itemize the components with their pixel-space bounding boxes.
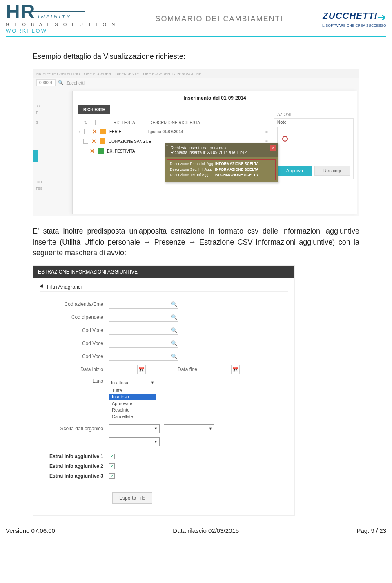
select-esito[interactable]: In attesa (109, 378, 156, 387)
select-organico-1[interactable] (109, 424, 160, 433)
delete-icon[interactable]: ✕ (91, 138, 96, 145)
label-fine: Data fine (170, 367, 203, 372)
checkbox-e2[interactable]: ✔ (109, 463, 115, 469)
top-tabs: RICHIESTE CARTELLINO ORE ECCEDENTI DIPEN… (33, 69, 359, 78)
delete-icon[interactable]: ✕ (92, 128, 97, 135)
page-header: H R INFINITY G L O B A L S O L U T I O N… (0, 0, 392, 34)
para2: E' stata inoltre predisposta un'apposita… (33, 226, 359, 258)
tab-ecc-dip[interactable]: ORE ECCEDENTI DIPENDENTE (84, 72, 139, 76)
status-color (100, 129, 106, 134)
record-id: 000001 (36, 79, 56, 86)
zucchetti-logo: ZUCCHETTI (323, 11, 377, 21)
input-inizio[interactable] (109, 365, 138, 374)
left-rail: 00TS ICHTES (33, 103, 72, 192)
search-icon[interactable]: 🔍 (58, 80, 64, 85)
azioni-label: AZIONI (277, 112, 350, 117)
row-menu-icon[interactable]: ≡ (265, 129, 270, 134)
popup-d3: Descrizione Ter. Inf Agg: (170, 173, 209, 177)
logo-hr-r: R (21, 4, 35, 20)
label-scelta: Scelta dati organico (40, 426, 109, 432)
input-voce2[interactable] (109, 339, 170, 348)
calendar-icon[interactable]: 📅 (232, 365, 240, 374)
section-title: Filtri Anagrafici (47, 284, 82, 290)
logo-left: H R INFINITY G L O B A L S O L U T I O N… (6, 4, 117, 34)
option-respinte[interactable]: Respinte (109, 407, 156, 413)
logo-sub1: G L O B A L S O L U T I O N (6, 22, 117, 27)
input-fine[interactable] (203, 365, 232, 374)
row-name: FERIE (109, 129, 121, 134)
section-header[interactable]: Filtri Anagrafici (40, 282, 288, 292)
search-icon[interactable]: 🔍 (170, 352, 178, 361)
footer-date: Data rilascio 02/03/2015 (173, 527, 239, 534)
expand-icon[interactable]: → (77, 129, 81, 134)
option-approvate[interactable]: Approvate (109, 400, 156, 407)
logo-infinity: INFINITY (38, 14, 72, 20)
option-tutte[interactable]: Tutte (109, 387, 156, 394)
checkbox-e1[interactable]: ✔ (109, 454, 115, 459)
popup-line2: Richiesta inserita il: 23-09-2014 alle 1… (171, 150, 274, 155)
label-azienda: Cod azienda/Ente (40, 301, 109, 307)
popup-line1: Richiesta inserita da: personale (171, 146, 274, 150)
option-cancellate[interactable]: Cancellate (109, 413, 156, 420)
collapse-icon[interactable] (39, 284, 45, 289)
select-all-checkbox[interactable] (91, 120, 96, 125)
refresh-icon[interactable]: ↻ (84, 120, 87, 125)
modal-title: Inserimento del 01-09-2014 (73, 91, 357, 105)
popup-d2: Descrizione Sec. Inf. Agg: (170, 167, 212, 171)
row-name: EX. FESTIVITA (107, 149, 135, 154)
search-icon[interactable]: 🔍 (170, 300, 178, 309)
calendar-icon[interactable]: 📅 (138, 365, 146, 374)
col-descrizione: DESCRIZIONE RICHIESTA (149, 120, 270, 125)
page-title: SOMMARIO DEI CAMBIAMENTI (155, 15, 283, 23)
option-inattesa[interactable]: In attesa (109, 394, 156, 400)
export-button[interactable]: Esporta File (112, 492, 152, 504)
modal-panel: Inserimento del 01-09-2014 RICHIESTE ↻ R… (72, 91, 357, 214)
popup-v1: INFORMAZIONE SCELTA (215, 162, 259, 166)
label-dipendente: Cod dipendete (40, 314, 109, 320)
logo-hr-h: H (6, 4, 20, 20)
close-icon[interactable]: ✕ (270, 145, 276, 151)
screenshot-richieste: RICHIESTE CARTELLINO ORE ECCEDENTI DIPEN… (33, 69, 359, 216)
status-color (98, 148, 104, 154)
input-voce1[interactable] (109, 326, 170, 335)
search-icon[interactable]: 🔍 (170, 339, 178, 348)
footer-version: Versione 07.06.00 (6, 527, 55, 534)
delete-icon[interactable]: ✕ (90, 148, 95, 154)
search-icon[interactable]: 🔍 (170, 313, 178, 322)
logo-right: ZUCCHETTI➜ IL SOFTWARE CHE CREA SUCCESSO (322, 11, 386, 27)
input-dipendente[interactable] (109, 313, 170, 322)
tab-richieste[interactable]: RICHIESTE (78, 105, 110, 114)
note-label: Note (277, 120, 350, 125)
approva-button[interactable]: Approva (277, 166, 312, 176)
select-organico-2[interactable] (164, 424, 214, 433)
search-icon[interactable]: 🔍 (170, 326, 178, 335)
tab-cartellino[interactable]: RICHIESTE CARTELLINO (36, 72, 80, 76)
label-voce1: Cod Voce (40, 327, 109, 333)
note-textarea[interactable] (277, 127, 350, 161)
tab-ecc-appr[interactable]: ORE ECCEDENTI APPROVATORE (143, 72, 201, 76)
label-inizio: Data inizio (40, 367, 109, 372)
window-title: ESTRAZIONE INFORMAZIONI AGGIUNTIVE (33, 266, 294, 278)
checkbox-e3[interactable]: ✔ (109, 473, 115, 479)
page-footer: Versione 07.06.00 Data rilascio 02/03/20… (0, 523, 392, 540)
row-checkbox[interactable] (83, 139, 88, 144)
popup-v2: INFORMAZIONE SCELTA (215, 167, 259, 171)
row-checkbox[interactable] (84, 129, 89, 134)
screenshot-estrazione: ESTRAZIONE INFORMAZIONI AGGIUNTIVE Filtr… (33, 265, 295, 516)
input-azienda[interactable] (109, 300, 170, 309)
label-esito: Esito (40, 378, 109, 384)
select-esito-options: Tutte In attesa Approvate Respinte Cance… (109, 387, 156, 420)
col-richiesta: RICHIESTA (114, 120, 135, 125)
label-voce2: Cod Voce (40, 340, 109, 346)
respingi-button[interactable]: Respingi (314, 166, 350, 176)
drag-icon[interactable]: ⠿ (166, 144, 169, 149)
label-e1: Estrai Info aggiuntive 1 (40, 454, 109, 459)
search-text: Zucchetti (66, 80, 85, 85)
row-ferie[interactable]: → ✕ FERIE Il giorno 01-09-2014 ≡ (77, 127, 270, 136)
select-organico-3[interactable] (109, 437, 160, 446)
input-voce3[interactable] (109, 352, 170, 361)
intro-text: Esempio dettaglio da Visualizzazione ric… (33, 51, 359, 62)
status-color (100, 138, 105, 144)
footer-page: Pag. 9 / 23 (356, 527, 386, 534)
zucchetti-tagline: IL SOFTWARE CHE CREA SUCCESSO (322, 24, 386, 27)
